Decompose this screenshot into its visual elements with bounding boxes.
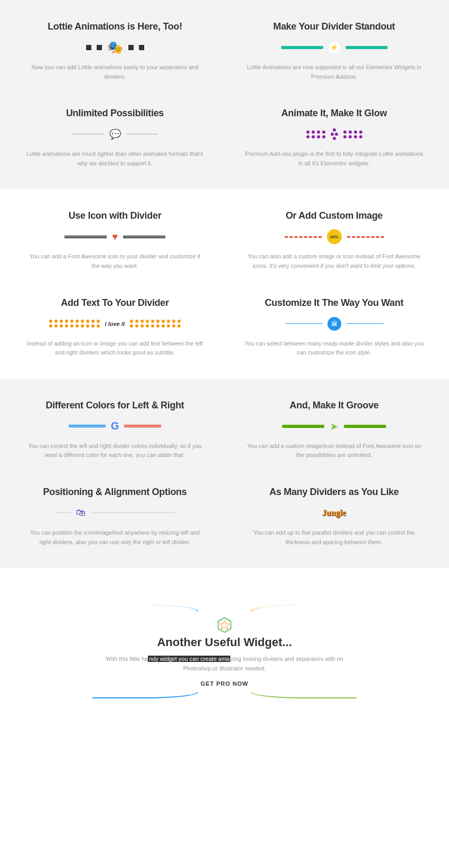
card-desc: Lottie Animations are now supported in a… [245,63,424,81]
divider-bag: 🛍 [16,505,214,521]
card-title: Different Colors for Left & Right [16,400,214,411]
jungle-text-icon: Jungle [322,508,346,518]
section-lottie: Lottie Animations is Here, Too! 🎭 Now yo… [0,0,449,189]
square-icon [86,45,91,50]
theater-mask-icon: 🎭 [107,40,123,55]
card-desc: You can control the left and right divid… [25,442,205,460]
footer-cta: Another Useful Widget... With this littl… [77,568,372,735]
line-right [126,134,158,135]
card-desc: You can add up to five parallel dividers… [245,528,424,547]
arc-top-right [251,605,357,611]
dot-grid [49,320,100,328]
card-title: Unlimited Possibilities [16,108,214,119]
divider-chat: 💬 [16,126,214,142]
discount-badge-icon: 20% [327,229,342,244]
dot-grid [343,130,362,138]
bolt-icon: ⚡ [329,42,340,53]
card-unlimited: Unlimited Possibilities 💬 Lottie animati… [16,108,214,168]
arc-top [92,605,357,611]
card-positioning: Positioning & Alignment Options 🛍 You ca… [16,487,214,547]
card-title: Animate It, Make It Glow [235,108,433,119]
line-left [72,134,104,135]
card-colors: Different Colors for Left & Right G You … [16,400,214,460]
card-icon-divider: Use Icon with Divider ♥ You can add a Fo… [16,210,214,270]
card-title: And, Make It Groove [235,400,433,411]
card-title: As Many Dividers as You Like [235,487,433,498]
section-colors: Different Colors for Left & Right G You … [0,379,449,568]
square-icon [139,45,144,50]
card-lottie: Lottie Animations is Here, Too! 🎭 Now yo… [16,21,214,81]
double-line-left [64,236,107,238]
divider-groove: ➤ [235,418,433,434]
shopping-bag-icon: 🛍 [76,507,86,518]
square-icon [97,45,102,50]
card-desc: Premium Add-ons plugin is the first to f… [245,150,424,168]
card-title: Make Your Divider Standout [235,21,433,32]
arc-top-left [92,605,198,611]
star-hex-icon [216,617,233,633]
footer-title: Another Useful Widget... [92,636,357,649]
groove-right [344,425,386,428]
divider-jungle: Jungle [235,505,433,521]
card-desc: Instead of adding an icon or image you c… [25,339,205,358]
card-glow: Animate It, Make It Glow Premium Add-ons… [235,108,433,168]
bank-icon: 🏛 [328,317,341,331]
diamond-icon [331,128,338,140]
card-title: Add Text To Your Divider [16,297,214,309]
short-line-left [55,512,71,513]
double-line-right [123,236,165,238]
dash-right [347,236,384,238]
thin-line-left [285,323,322,324]
chat-icon: 💬 [109,128,121,140]
divider-squares: 🎭 [16,40,214,55]
dash-left [285,236,322,238]
divider-text-label: i love it [105,321,125,327]
blue-line-left [69,425,106,427]
card-title: Lottie Animations is Here, Too! [16,21,214,32]
section-icon: Use Icon with Divider ♥ You can add a Fo… [0,189,449,378]
svg-marker-1 [220,621,229,629]
card-desc: Lottie animations are much lighter than … [25,150,205,168]
divider-google: G [16,418,214,434]
card-desc: You can select between many ready-made d… [245,339,424,358]
groove-left [282,425,324,428]
card-desc: You can add a Font Awesome icon to your … [25,252,205,270]
divider-circle: 🏛 [235,316,433,332]
heart-icon: ♥ [112,231,118,242]
red-line-right [124,425,161,427]
card-desc: You can position the icon/image/text any… [25,528,205,547]
arc-bottom-left [92,692,198,698]
card-title: Customize It The Way You Want [235,297,433,309]
bar-left [281,46,323,49]
divider-bars: ⚡ [235,40,433,55]
get-pro-button[interactable]: GET PRO NOW [92,680,357,687]
thin-line-right [347,323,383,324]
footer-desc: With this little handy widget you can cr… [92,655,357,673]
divider-text: i love it [16,316,214,332]
card-desc: Now you can add Lottie animations easily… [25,63,205,81]
divider-purple-dots [235,126,433,142]
divider-badge: 20% [235,229,433,245]
cursor-icon: ➤ [330,420,339,433]
bar-right [345,46,388,49]
card-desc: You can add a custom image/icon instead … [245,442,424,460]
long-line-right [91,512,175,513]
card-custom-image: Or Add Custom Image 20% You can also add… [235,210,433,270]
card-title: Or Add Custom Image [235,210,433,221]
dot-grid [306,130,325,138]
card-standout: Make Your Divider Standout ⚡ Lottie Anim… [235,21,433,81]
card-title: Use Icon with Divider [16,210,214,221]
divider-heart: ♥ [16,229,214,245]
dot-grid [130,320,181,328]
arc-bottom-right [251,692,357,698]
card-customize: Customize It The Way You Want 🏛 You can … [235,297,433,358]
arc-bottom [92,692,357,698]
card-groove: And, Make It Groove ➤ You can add a cust… [235,400,433,460]
card-text-divider: Add Text To Your Divider i love it Inste… [16,297,214,358]
card-title: Positioning & Alignment Options [16,487,214,498]
google-icon: G [111,420,119,432]
card-many: As Many Dividers as You Like Jungle You … [235,487,433,547]
square-icon [128,45,134,50]
card-desc: You can also add a custom image or icon … [245,252,424,270]
highlighted-text: ndy widget you can create ama [148,656,230,662]
